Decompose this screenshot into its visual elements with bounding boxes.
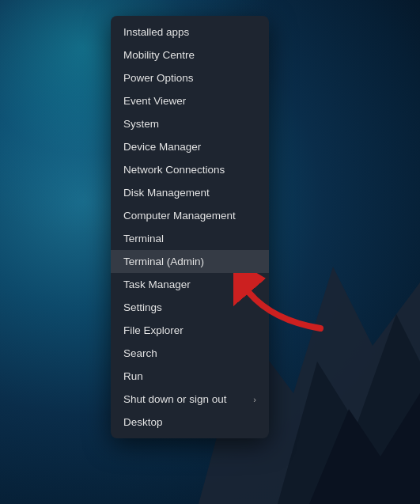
menu-item-desktop[interactable]: Desktop [111,411,269,434]
menu-item-label-desktop: Desktop [123,416,163,428]
context-menu: Installed appsMobility CentrePower Optio… [111,16,269,438]
menu-item-label-mobility-centre: Mobility Centre [123,49,195,61]
menu-item-label-task-manager: Task Manager [123,279,191,290]
menu-item-disk-management[interactable]: Disk Management [111,181,269,204]
menu-item-terminal-admin[interactable]: Terminal (Admin) [111,250,269,273]
menu-item-label-network-connections: Network Connections [123,164,225,176]
red-arrow-indicator [233,273,328,336]
menu-item-label-file-explorer: File Explorer [123,324,184,336]
menu-item-label-settings: Settings [123,301,162,313]
menu-item-label-disk-management: Disk Management [123,187,210,199]
menu-item-system[interactable]: System [111,112,269,135]
menu-item-search[interactable]: Search [111,342,269,365]
menu-item-power-options[interactable]: Power Options [111,66,269,89]
menu-item-label-shut-down: Shut down or sign out [123,393,227,405]
menu-item-run[interactable]: Run [111,365,269,388]
menu-item-label-device-manager: Device Manager [123,141,201,153]
menu-item-terminal[interactable]: Terminal [111,227,269,250]
menu-item-label-run: Run [123,370,143,382]
chevron-right-icon: › [253,395,256,404]
menu-item-computer-management[interactable]: Computer Management [111,204,269,227]
menu-item-label-installed-apps: Installed apps [123,26,189,38]
menu-item-label-terminal-admin: Terminal (Admin) [123,256,204,267]
menu-item-label-computer-management: Computer Management [123,210,236,222]
menu-item-mobility-centre[interactable]: Mobility Centre [111,44,269,66]
menu-item-installed-apps[interactable]: Installed apps [111,21,269,44]
menu-item-network-connections[interactable]: Network Connections [111,158,269,181]
menu-item-label-terminal: Terminal [123,233,164,244]
menu-item-shut-down[interactable]: Shut down or sign out› [111,388,269,411]
menu-item-label-event-viewer: Event Viewer [123,95,186,107]
menu-item-event-viewer[interactable]: Event Viewer [111,89,269,112]
menu-item-label-search: Search [123,347,157,359]
menu-item-label-power-options: Power Options [123,72,194,84]
menu-item-device-manager[interactable]: Device Manager [111,135,269,158]
menu-item-label-system: System [123,118,159,130]
